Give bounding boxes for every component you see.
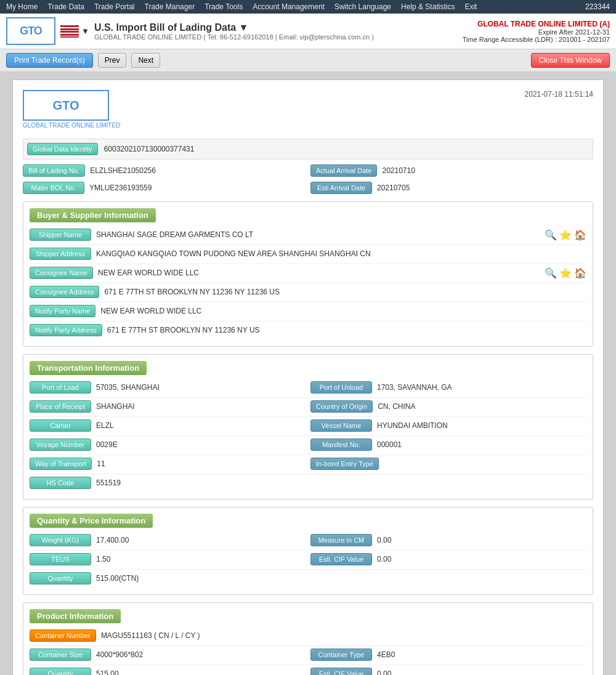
shipper-name-value: SHANGHAI SAGE DREAM GARMENTS CO LT <box>96 230 540 239</box>
home-icon[interactable]: 🏠 <box>574 229 586 241</box>
search-icon-2[interactable]: 🔍 <box>545 267 557 279</box>
quantity-row: Quantity 515.00(CTN) <box>30 572 586 584</box>
measure-field: Measure in CM 0.00 <box>310 534 586 546</box>
prod-cif-field: Esti. CIF Value 0.00 <box>310 668 586 675</box>
prod-cif-label: Esti. CIF Value <box>310 668 372 675</box>
mater-bol-row: Mater BOL No. YMLUE236193559 Esti Arriva… <box>23 182 593 194</box>
buyer-supplier-section: Buyer & Supplier Information Shipper Nam… <box>23 201 593 347</box>
notify-name-label: Notify Party Name <box>30 305 95 317</box>
vessel-name-label: Vessel Name <box>310 419 372 432</box>
mater-bol-label: Mater BOL No. <box>23 182 84 194</box>
nav-tradeportal[interactable]: Trade Portal <box>94 2 135 11</box>
container-number-row: Container Number MAGU5511163 ( CN / L / … <box>30 629 586 642</box>
mater-bol-field: Mater BOL No. YMLUE236193559 <box>23 182 306 194</box>
weight-field: Weight (KG) 17,400.00 <box>30 534 306 546</box>
country-origin-label: Country of Origin <box>310 400 373 413</box>
vessel-name-field: Vessel Name HYUNDAI AMBITION <box>310 419 586 432</box>
voyage-number-field: Voyage Number 0029E <box>30 439 306 451</box>
flag-selector[interactable]: ▼ <box>60 25 89 38</box>
country-origin-value: CN, CHINA <box>378 402 415 411</box>
shipper-name-label: Shipper Name <box>30 228 91 241</box>
product-section: Product Information Container Number MAG… <box>23 602 593 675</box>
nav-trademanager[interactable]: Trade Manager <box>145 2 195 11</box>
actual-arrival-value: 20210710 <box>382 166 415 175</box>
carrier-field: Carrier ELZL <box>30 419 306 432</box>
esti-cif-value: 0.00 <box>377 555 391 564</box>
quantity-value: 515.00(CTN) <box>96 574 139 583</box>
page-title: U.S. Import Bill of Lading Data ▼ <box>94 22 374 33</box>
user-id: 223344 <box>585 2 610 11</box>
prod-quantity-value: 515.00 <box>96 669 119 675</box>
country-origin-field: Country of Origin CN, CHINA <box>310 400 586 413</box>
notify-address-label: Notify Party Address <box>30 324 102 336</box>
prev-button-top[interactable]: Prev <box>98 53 127 68</box>
notify-name-value: NEW EAR WORLD WIDE LLC <box>100 307 201 315</box>
nav-helpstats[interactable]: Help & Statistics <box>401 2 455 11</box>
nav-myhome[interactable]: My Home <box>6 2 38 11</box>
print-button-top[interactable]: Print Trade Record(s) <box>6 53 93 68</box>
port-load-field: Port of Load 57035, SHANGHAI <box>30 381 306 394</box>
voyage-number-label: Voyage Number <box>30 439 91 451</box>
flag-dropdown-icon[interactable]: ▼ <box>81 26 89 36</box>
next-button-top[interactable]: Next <box>131 53 160 68</box>
bol-no-value: ELZLSHE21050256 <box>90 166 156 175</box>
us-flag-icon <box>60 25 79 38</box>
nav-language[interactable]: Switch Language <box>334 2 391 11</box>
port-load-label: Port of Load <box>30 381 91 394</box>
container-type-value: 4EB0 <box>377 650 395 659</box>
nav-tradetools[interactable]: Trade Tools <box>205 2 243 11</box>
hs-code-row: HS Code 551519 <box>30 477 586 489</box>
nav-exit[interactable]: Exit <box>464 2 477 11</box>
notify-address-row: Notify Party Address 671 E 77TH ST BROOK… <box>30 324 586 336</box>
close-button-top[interactable]: Close This Window <box>531 53 610 68</box>
voyage-manifest-row: Voyage Number 0029E Manifest No. 000001 <box>30 439 586 451</box>
way-transport-value: 11 <box>97 459 105 468</box>
teus-value: 1.50 <box>96 555 110 564</box>
logo-area: GTO ▼ U.S. Import Bill of Lading Data ▼ … <box>6 17 374 45</box>
carrier-vessel-row: Carrier ELZL Vessel Name HYUNDAI AMBITIO… <box>30 419 586 432</box>
shipper-icons: 🔍 ⭐ 🏠 <box>545 229 586 241</box>
manifest-no-label: Manifest No. <box>310 439 372 451</box>
shipper-address-value: KANGQIAO KANGQIAO TOWN PUDONG NEW AREA S… <box>96 249 371 258</box>
container-number-label: Container Number <box>30 629 96 642</box>
port-unload-field: Port of Unload 1703, SAVANNAH, GA <box>310 381 586 394</box>
transportation-section: Transportation Information Port of Load … <box>23 354 593 499</box>
container-size-label: Container Size <box>30 649 91 661</box>
hs-code-value: 551519 <box>96 479 121 487</box>
carrier-value: ELZL <box>96 421 114 430</box>
prod-quantity-field: Quantity 515.00 <box>30 668 306 675</box>
star-icon-2[interactable]: ⭐ <box>559 267 572 279</box>
product-title: Product Information <box>30 609 121 623</box>
search-icon[interactable]: 🔍 <box>545 229 557 241</box>
hs-code-label: HS Code <box>30 477 91 489</box>
nav-accountmgmt[interactable]: Account Management <box>253 2 325 11</box>
manifest-no-field: Manifest No. 000001 <box>310 439 586 451</box>
header-title-group: U.S. Import Bill of Lading Data ▼ GLOBAL… <box>94 22 374 41</box>
toolbar-top: Print Trade Record(s) Prev Next Close Th… <box>0 49 616 72</box>
transportation-title: Transportation Information <box>30 361 147 375</box>
doc-header: GTO GLOBAL TRADE ONLINE LIMITED 2021-07-… <box>23 90 593 129</box>
consignee-address-value: 671 E 77TH ST BROOKLYN NY 11236 NY 11236… <box>104 288 280 296</box>
account-company: GLOBAL TRADE ONLINE LIMITED (A) <box>463 20 610 28</box>
prod-cif-value: 0.00 <box>377 669 391 675</box>
mater-bol-value: YMLUE236193559 <box>89 184 152 192</box>
nav-tradedata[interactable]: Trade Data <box>47 2 84 11</box>
bol-no-field: Bill of Lading No. ELZLSHE21050256 <box>23 164 306 177</box>
esti-arrival-label: Esti Arrival Date <box>310 182 372 194</box>
home-icon-2[interactable]: 🏠 <box>574 267 586 279</box>
teus-label: TEUS <box>30 553 91 565</box>
weight-value: 17,400.00 <box>96 536 129 544</box>
weight-measure-row: Weight (KG) 17,400.00 Measure in CM 0.00 <box>30 534 586 546</box>
actual-arrival-label: Actual Arrival Date <box>310 164 377 177</box>
consignee-name-value: NEW EAR WORLD WIDE LLC <box>98 269 540 277</box>
global-id-row: Global Data Identity 6003202107130000377… <box>23 139 593 160</box>
star-icon[interactable]: ⭐ <box>559 229 572 241</box>
voyage-number-value: 0029E <box>96 440 118 449</box>
doc-logo-sub: GLOBAL TRADE ONLINE LIMITED <box>23 122 120 129</box>
container-number-value: MAGU5511163 ( CN / L / CY ) <box>101 631 200 640</box>
buyer-supplier-title: Buyer & Supplier Information <box>30 208 156 222</box>
quantity-section: Quantity & Price Information Weight (KG)… <box>23 507 593 595</box>
content-area: GTO GLOBAL TRADE ONLINE LIMITED 2021-07-… <box>0 72 616 675</box>
notify-name-row: Notify Party Name NEW EAR WORLD WIDE LLC <box>30 305 586 317</box>
doc-logo-image: GTO <box>23 90 109 121</box>
